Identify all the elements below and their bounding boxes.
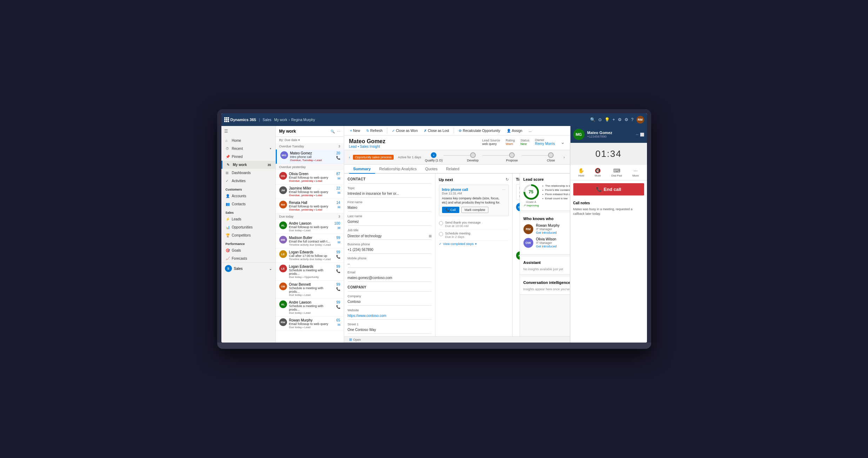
- record-expand-icon[interactable]: ⌄: [561, 139, 565, 145]
- sidebar-item-activities[interactable]: ✓ Activities: [221, 177, 275, 185]
- sidebar-item-leads[interactable]: ⚡ Leads: [221, 215, 275, 223]
- process-steps: Qualify (1 D) Develop Propose: [424, 152, 561, 162]
- minimize-icon[interactable]: ─: [636, 133, 638, 137]
- call-button[interactable]: 📞 Call: [442, 207, 460, 213]
- email-value[interactable]: mateo.gomez@contoso.com: [348, 275, 432, 282]
- upnext-refresh-icon[interactable]: ↻: [506, 177, 509, 182]
- search-icon[interactable]: 🔍: [590, 117, 595, 122]
- activity-info: Intro phone call Due 11:31 AM: [442, 188, 468, 195]
- filter-icon[interactable]: ⚙: [618, 117, 622, 122]
- record-subtitle[interactable]: Lead • Sales Insight: [349, 145, 386, 148]
- sidebar-item-forecasts[interactable]: 📈 Forecasts: [221, 254, 275, 263]
- topic-value[interactable]: Intrested in insurance for her or...: [348, 191, 432, 198]
- who-person-1: RM Rowan Murphy IT Manager Get introduce…: [523, 224, 570, 234]
- mute-button[interactable]: 🔇 Mute: [595, 168, 601, 177]
- help-icon[interactable]: 💡: [605, 117, 610, 122]
- mobile-value[interactable]: --: [348, 261, 432, 268]
- owner-value[interactable]: Remy Morris: [535, 142, 555, 146]
- assign-button[interactable]: 👤 Assign: [504, 128, 525, 134]
- mywork-item-madison[interactable]: MB Madison Butler Email the full contrac…: [276, 234, 344, 248]
- recent-icon[interactable]: ⊙: [598, 117, 602, 122]
- more-call-button[interactable]: ··· More: [632, 168, 639, 177]
- mywork-item-andre2[interactable]: AL Andre Lawson Schedule a meeting with …: [276, 299, 344, 317]
- end-call-button[interactable]: 📞 End call: [573, 183, 644, 195]
- sidebar-item-dashboards[interactable]: ⊞ Dashboards: [221, 169, 275, 177]
- maximize-icon[interactable]: ⬜: [640, 133, 644, 137]
- view-completed[interactable]: ✓ View completed steps ▾: [439, 241, 509, 246]
- call-panel-phone: +1234567890: [587, 135, 613, 138]
- jobtitle-value[interactable]: Director of technology ⊞: [348, 233, 432, 240]
- street-value[interactable]: One Contoso Way: [348, 327, 432, 334]
- call-icon: 📞: [446, 208, 449, 212]
- sidebar-item-goals[interactable]: 🎯 Goals: [221, 246, 275, 254]
- mywork-item-logan2[interactable]: LE Logan Edwards Schedule a meeting with…: [276, 263, 344, 281]
- bizphone-value[interactable]: +1 (234) 567890: [348, 247, 432, 254]
- mywork-item-andre[interactable]: AL Andre Lawson Email followup to web qu…: [276, 220, 344, 234]
- tab-relationship[interactable]: Relationship Analytics: [375, 165, 421, 174]
- new-button[interactable]: + New: [348, 128, 363, 134]
- jasmine-end: 22 ✉: [336, 186, 340, 195]
- process-forward-chevron[interactable]: ›: [563, 155, 565, 159]
- more-button[interactable]: ...: [526, 128, 534, 134]
- sidebar-bottom-nav[interactable]: S Sales ⌄: [221, 263, 275, 274]
- close-as-won-button[interactable]: ✓ Close as Won: [389, 128, 420, 134]
- mywork-search-icon[interactable]: 🔍: [330, 130, 335, 133]
- activity-more-icon[interactable]: ⋯: [502, 188, 506, 192]
- sidebar-item-opportunities[interactable]: 📊 Opportunities: [221, 223, 275, 231]
- sidebar-item-contacts[interactable]: 👥 Contacts: [221, 200, 275, 208]
- refresh-button[interactable]: ↻ Refresh: [364, 128, 385, 134]
- mywork-item-rowan[interactable]: RW Rowan Murphy Email followup to web qu…: [276, 317, 344, 331]
- lastname-value[interactable]: Gomez: [348, 219, 432, 226]
- mywork-item-jasmine[interactable]: JM Jasmine Miller Email followup to web …: [276, 185, 344, 199]
- user-avatar[interactable]: RM: [636, 116, 644, 124]
- timeline-note-input[interactable]: Enter a note... 🎤: [516, 184, 520, 200]
- olivia-get-introduced[interactable]: Get introduced: [536, 245, 570, 248]
- waffle-icon[interactable]: [224, 117, 229, 122]
- process-step-develop[interactable]: Develop: [463, 152, 483, 162]
- company-value[interactable]: Contoso: [348, 299, 432, 306]
- hold-button[interactable]: ✋ Hold: [578, 168, 584, 177]
- process-step-close[interactable]: Close: [541, 152, 561, 162]
- sidebar-item-pinned[interactable]: 📌 Pinned: [221, 153, 275, 161]
- mywork-more-icon[interactable]: ⋯: [337, 130, 340, 133]
- mywork-item-omar[interactable]: OB Omar Bennett Schedule a meeting with …: [276, 281, 344, 299]
- tab-summary[interactable]: Summary: [349, 165, 375, 174]
- rating-label: Rating: [506, 139, 515, 142]
- settings-icon[interactable]: ⚙: [625, 117, 628, 122]
- question-icon[interactable]: ?: [631, 117, 634, 122]
- mywork-item-mateo[interactable]: MG Mateo Gomez Intro phone call Overdue,…: [276, 150, 344, 164]
- field-mobile: Mobile phone --: [348, 257, 432, 268]
- module-name[interactable]: Sales: [263, 118, 272, 122]
- sidebar-item-home[interactable]: ⌂ Home: [221, 137, 275, 145]
- call-panel-header: MG Mateo Gomez +1234567890 ─ ⬜: [570, 126, 647, 143]
- firstname-value[interactable]: Mateo: [348, 205, 432, 212]
- tab-quotes[interactable]: Quotes: [421, 165, 442, 174]
- process-back-chevron[interactable]: ‹: [349, 155, 350, 159]
- mark-complete-button[interactable]: Mark complete: [461, 207, 488, 213]
- sidebar-item-mywork[interactable]: ✎ My work 35: [221, 161, 275, 169]
- tab-related[interactable]: Related: [442, 165, 463, 174]
- more-call-icon: ···: [634, 168, 638, 173]
- breadcrumb-mywork[interactable]: My work: [274, 118, 287, 122]
- website-value[interactable]: https://www.contoso.com: [348, 313, 432, 320]
- process-step-propose[interactable]: Propose: [502, 152, 522, 162]
- recalculate-button[interactable]: ⚙ Recalculate Opportunity: [456, 128, 503, 134]
- hamburger-icon[interactable]: ☰: [221, 126, 275, 137]
- conv-intel-text: Insights appear here once you've communi…: [523, 287, 570, 291]
- process-step-qualify[interactable]: Qualify (1 D): [424, 152, 443, 162]
- sidebar-item-recent[interactable]: ⏱ Recent ▾: [221, 145, 275, 153]
- mywork-item-renata[interactable]: RH Renata Hall Email followup to web que…: [276, 199, 344, 213]
- sidebar-item-accounts[interactable]: 👤 Accounts: [221, 192, 275, 200]
- main-content-grid: CONTACT Topic Intrested in insurance for…: [344, 174, 570, 336]
- close-as-lost-button[interactable]: ✗ Close as Lost: [421, 128, 452, 134]
- new-icon[interactable]: +: [613, 117, 615, 122]
- app-brand[interactable]: Dynamics 365: [224, 117, 256, 122]
- nav-separator: |: [259, 118, 260, 122]
- mywork-item-olivia[interactable]: OG Olivia Green Email followup to web qu…: [276, 170, 344, 185]
- sidebar-item-competitors[interactable]: 🏆 Competitors: [221, 231, 275, 239]
- rowan-get-introduced[interactable]: Get introduced: [536, 231, 570, 234]
- dialpad-button[interactable]: ⌨ Dial Pad: [611, 168, 622, 177]
- breadcrumb-contact[interactable]: Regina Murphy: [291, 118, 315, 122]
- mywork-filter[interactable]: By: Due date ▾: [276, 137, 344, 143]
- mywork-item-logan1[interactable]: LE Logan Edwards Call after 17:00 to fol…: [276, 248, 344, 263]
